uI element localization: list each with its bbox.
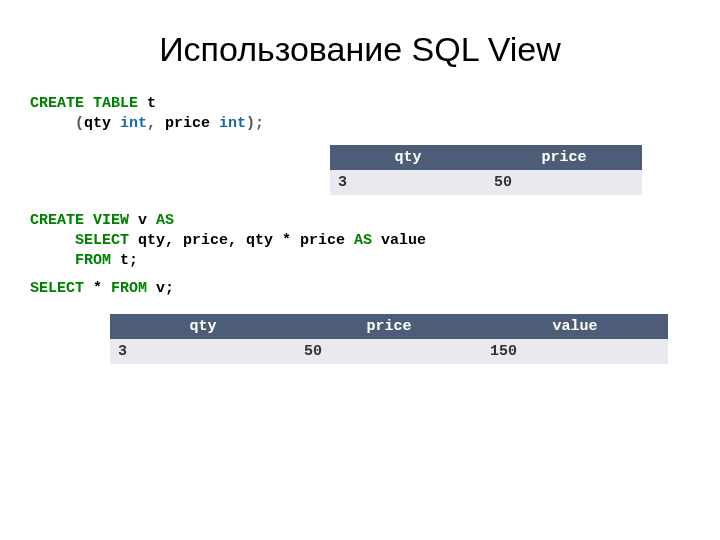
create-table-code: CREATE TABLE t (qty int, price int); (30, 94, 690, 135)
kw-create-table: CREATE TABLE (30, 95, 138, 112)
type-int-1: int (111, 115, 147, 132)
td-price: 50 (296, 339, 482, 364)
table-row: 3 50 (330, 170, 642, 195)
col-price: price (165, 115, 210, 132)
kw-from-2: FROM (111, 280, 147, 297)
from-v: v; (147, 280, 174, 297)
th-qty: qty (110, 314, 296, 339)
create-view-code: CREATE VIEW v AS SELECT qty, price, qty … (30, 211, 690, 272)
kw-from-1: FROM (30, 252, 111, 269)
page-title: Использование SQL View (30, 30, 690, 69)
table-t: qty price 3 50 (330, 145, 642, 195)
td-qty: 3 (330, 170, 486, 195)
kw-create-view: CREATE VIEW (30, 212, 129, 229)
star: * (84, 280, 111, 297)
table-header-row: qty price (330, 145, 642, 170)
kw-select-1: SELECT (30, 232, 129, 249)
type-int-2: int (210, 115, 246, 132)
kw-as-1: AS (156, 212, 174, 229)
kw-select-2: SELECT (30, 280, 84, 297)
select-cols: qty, price, qty * price (129, 232, 354, 249)
paren-close: ); (246, 115, 264, 132)
th-value: value (482, 314, 668, 339)
table-header-row: qty price value (110, 314, 668, 339)
alias-value: value (372, 232, 426, 249)
select-from-view-code: SELECT * FROM v; (30, 279, 690, 299)
table-row: 3 50 150 (110, 339, 668, 364)
td-value: 150 (482, 339, 668, 364)
from-t: t; (111, 252, 138, 269)
th-price: price (486, 145, 642, 170)
paren-open: ( (30, 115, 84, 132)
ident-v: v (129, 212, 156, 229)
comma: , (147, 115, 165, 132)
td-price: 50 (486, 170, 642, 195)
th-qty: qty (330, 145, 486, 170)
ident-t: t (138, 95, 156, 112)
table-v: qty price value 3 50 150 (110, 314, 668, 364)
td-qty: 3 (110, 339, 296, 364)
col-qty: qty (84, 115, 111, 132)
kw-as-2: AS (354, 232, 372, 249)
th-price: price (296, 314, 482, 339)
